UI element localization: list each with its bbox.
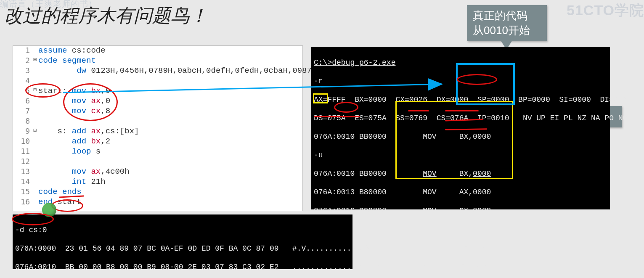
code-line: add bx,2 [38, 137, 110, 146]
line-number: 15 [13, 187, 32, 196]
code-line: end start [38, 197, 82, 207]
term-line: AX=FFFF BX=0000 CX=0026 DX=0000 SP=0000 … [314, 95, 607, 104]
line-number: 5 [13, 86, 32, 95]
fold-icon[interactable]: ⊟ [32, 56, 38, 63]
term-line: 076A:0010 BB0000 MOV BX,0000 [314, 132, 607, 141]
fold-icon[interactable]: ⊟ [32, 86, 38, 93]
term-line: 076A:0000 23 01 56 04 89 07 BC 0A-EF 0D … [15, 244, 350, 253]
line-number: 16 [13, 197, 32, 206]
callout-line1: 真正的代码 [473, 8, 541, 23]
code-line: mov ax,4c00h [38, 167, 130, 176]
code-line: start: mov bx,0 [38, 86, 110, 95]
code-line: code ends [38, 187, 82, 196]
line-number: 8 [13, 116, 32, 125]
line-number: 4 [13, 76, 32, 85]
term-line: DS=075A ES=075A SS=0769 CS=076A IP=0010 … [314, 114, 607, 123]
line-number: 6 [13, 96, 32, 105]
code-line: code segment [38, 56, 96, 65]
code-line: s: add ax,cs:[bx] [38, 127, 139, 136]
line-number: 3 [13, 66, 32, 75]
debug-terminal: C:\>debug p6-2.exe -r AX=FFFF BX=0000 CX… [311, 47, 610, 209]
code-line: assume cs:code [38, 46, 106, 55]
line-number: 1 [13, 46, 32, 55]
watermark-logo: 51CTO学院 [567, 1, 644, 20]
code-line: mov cx,8 [38, 106, 110, 116]
line-number: 10 [13, 137, 32, 146]
line-number: 9 [13, 127, 32, 135]
code-line: int 21h [38, 177, 106, 186]
line-number: 14 [13, 177, 32, 186]
term-line: C:\>debug p6-2.exe [314, 58, 607, 67]
line-number: 11 [13, 147, 32, 156]
term-line: 076A:0010 BB 00 00 B8 00 00 B9 08-00 2E … [15, 262, 350, 272]
term-line: -r [314, 77, 607, 86]
term-line: 076A:0019 2E CS: [314, 225, 607, 234]
fold-icon[interactable]: ⊟ [32, 127, 38, 133]
code-line: loop s [38, 147, 101, 156]
code-line: mov ax,0 [38, 96, 110, 106]
term-line: -d cs:0 [15, 225, 350, 235]
page-title: 改过的程序木有问题鸟！ [4, 3, 208, 28]
line-number: 13 [13, 167, 32, 176]
callout-line2: 从0010开始 [473, 23, 541, 38]
line-number: 2 [13, 56, 32, 65]
term-line: 076A:0010 BB0000 MOV BX,0000 [314, 169, 607, 178]
term-line: 076A:0013 B80000 MOV AX,0000 [314, 188, 607, 197]
hexdump-terminal: -d cs:0 076A:0000 23 01 56 04 89 07 BC 0… [13, 214, 352, 269]
line-number: 12 [13, 157, 32, 166]
code-editor: 1 assume cs:code 2⊟ code segment 3 dw 01… [13, 45, 303, 211]
term-line: -u [314, 151, 607, 160]
code-line: dw 0123H,0456H,0789H,0abcH,0defH,0fedH,0… [38, 66, 316, 75]
callout-real-code: 真正的代码 从0010开始 [467, 5, 547, 41]
term-line: 076A:0016 B90800 MOV CX,0008 [314, 206, 607, 215]
line-number: 7 [13, 106, 32, 115]
